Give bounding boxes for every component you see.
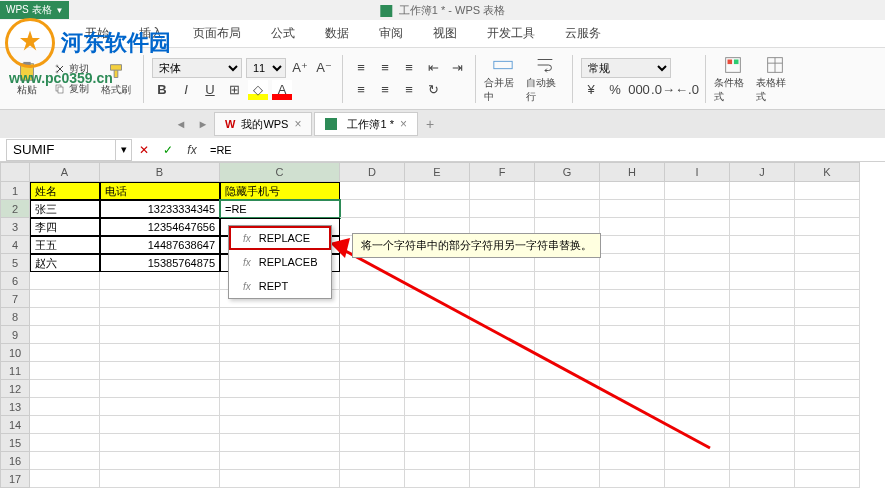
cell[interactable]	[535, 326, 600, 344]
cell[interactable]	[665, 452, 730, 470]
cell[interactable]	[730, 200, 795, 218]
cell[interactable]	[535, 434, 600, 452]
italic-button[interactable]: I	[176, 80, 196, 100]
cell[interactable]	[340, 452, 405, 470]
cell[interactable]	[600, 254, 665, 272]
cell[interactable]	[30, 398, 100, 416]
cell[interactable]	[535, 344, 600, 362]
menu-page-layout[interactable]: 页面布局	[178, 20, 256, 47]
cell[interactable]	[665, 272, 730, 290]
cell[interactable]	[795, 398, 860, 416]
cell[interactable]	[100, 362, 220, 380]
cell[interactable]	[30, 416, 100, 434]
cell[interactable]	[470, 290, 535, 308]
cell[interactable]: 赵六	[30, 254, 100, 272]
orientation-button[interactable]: ↻	[423, 80, 443, 100]
menu-formulas[interactable]: 公式	[256, 20, 310, 47]
cell[interactable]	[795, 290, 860, 308]
col-header[interactable]: F	[470, 162, 535, 182]
cell[interactable]	[730, 290, 795, 308]
cell[interactable]	[535, 470, 600, 488]
cell[interactable]	[340, 380, 405, 398]
cell[interactable]	[405, 182, 470, 200]
cell[interactable]	[30, 380, 100, 398]
cell[interactable]	[535, 290, 600, 308]
cell[interactable]	[30, 362, 100, 380]
add-tab-button[interactable]: +	[426, 116, 434, 132]
cell[interactable]	[600, 344, 665, 362]
cell[interactable]	[795, 380, 860, 398]
cell[interactable]	[665, 434, 730, 452]
cell[interactable]	[730, 344, 795, 362]
cell[interactable]	[600, 200, 665, 218]
cell[interactable]	[470, 200, 535, 218]
cell[interactable]	[30, 272, 100, 290]
cell[interactable]	[600, 236, 665, 254]
formula-input[interactable]	[204, 139, 885, 161]
row-header[interactable]: 7	[0, 290, 30, 308]
cell[interactable]	[730, 398, 795, 416]
cell[interactable]	[600, 218, 665, 236]
fill-color-button[interactable]: ◇	[248, 80, 268, 100]
menu-review[interactable]: 审阅	[364, 20, 418, 47]
cell[interactable]	[30, 326, 100, 344]
cell[interactable]	[600, 308, 665, 326]
cell[interactable]	[100, 416, 220, 434]
cell[interactable]	[730, 326, 795, 344]
cell[interactable]	[220, 380, 340, 398]
cell[interactable]	[220, 434, 340, 452]
font-size-select[interactable]: 11	[246, 58, 286, 78]
cell[interactable]	[600, 182, 665, 200]
cell[interactable]	[470, 434, 535, 452]
cell[interactable]	[600, 470, 665, 488]
cell[interactable]	[535, 272, 600, 290]
cell[interactable]	[470, 344, 535, 362]
cell[interactable]	[795, 218, 860, 236]
copy-button[interactable]: 复制	[50, 80, 93, 98]
cell[interactable]	[665, 218, 730, 236]
cell[interactable]	[405, 362, 470, 380]
cell[interactable]	[665, 362, 730, 380]
cell[interactable]	[30, 434, 100, 452]
active-cell[interactable]: =RE	[220, 200, 340, 218]
cell[interactable]	[665, 398, 730, 416]
row-header[interactable]: 14	[0, 416, 30, 434]
cell[interactable]	[600, 272, 665, 290]
cell[interactable]	[795, 434, 860, 452]
formula-cancel-button[interactable]: ✕	[132, 139, 156, 161]
cell[interactable]	[600, 452, 665, 470]
cell[interactable]: 张三	[30, 200, 100, 218]
comma-button[interactable]: 000	[629, 80, 649, 100]
col-header[interactable]: I	[665, 162, 730, 182]
menu-insert[interactable]: 插入	[124, 20, 178, 47]
percent-button[interactable]: %	[605, 80, 625, 100]
row-header[interactable]: 5	[0, 254, 30, 272]
cell[interactable]	[340, 290, 405, 308]
cell[interactable]	[340, 344, 405, 362]
bold-button[interactable]: B	[152, 80, 172, 100]
formula-confirm-button[interactable]: ✓	[156, 139, 180, 161]
cell[interactable]	[730, 470, 795, 488]
cell[interactable]	[665, 254, 730, 272]
cell[interactable]	[340, 398, 405, 416]
cell[interactable]	[795, 236, 860, 254]
cell[interactable]	[100, 290, 220, 308]
cell[interactable]	[30, 308, 100, 326]
row-header[interactable]: 15	[0, 434, 30, 452]
cell[interactable]	[730, 182, 795, 200]
cell[interactable]	[535, 362, 600, 380]
formula-suggestion[interactable]: fx REPLACE	[229, 226, 331, 250]
wrap-text-button[interactable]: 自动换行	[526, 53, 564, 105]
align-center-button[interactable]: ≡	[375, 80, 395, 100]
cell[interactable]	[600, 380, 665, 398]
cell[interactable]	[600, 362, 665, 380]
row-header[interactable]: 10	[0, 344, 30, 362]
menu-data[interactable]: 数据	[310, 20, 364, 47]
cell[interactable]	[30, 470, 100, 488]
cell[interactable]	[600, 434, 665, 452]
cell[interactable]	[220, 344, 340, 362]
formula-suggestion[interactable]: fx REPLACEB	[229, 250, 331, 274]
align-bottom-button[interactable]: ≡	[399, 58, 419, 78]
increase-font-button[interactable]: A⁺	[290, 58, 310, 78]
cell[interactable]	[730, 308, 795, 326]
